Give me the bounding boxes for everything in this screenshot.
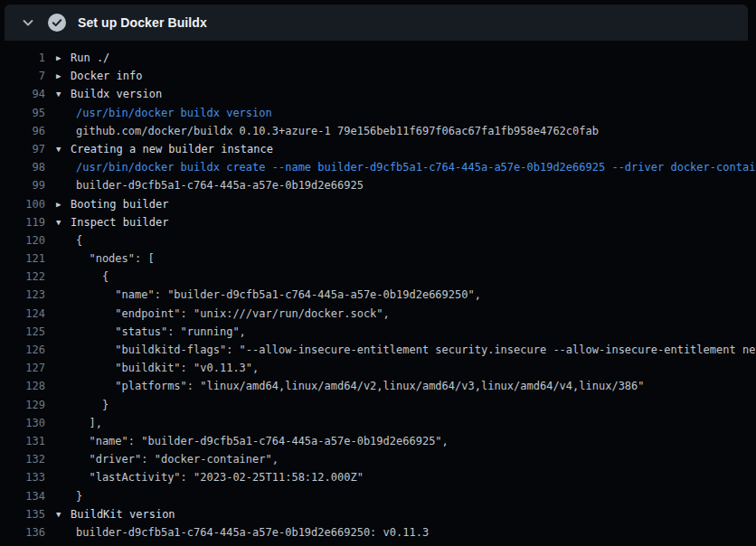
log-row: 135 ▼BuildKit version xyxy=(0,505,756,523)
log-group-toggle[interactable]: ▶Booting builder xyxy=(56,195,168,213)
log-row: 99 builder-d9cfb5a1-c764-445a-a57e-0b19d… xyxy=(0,176,756,194)
line-number[interactable]: 119 xyxy=(0,213,45,231)
triangle-down-icon: ▼ xyxy=(56,85,65,103)
log-output-text: { xyxy=(56,268,109,286)
step-header[interactable]: Set up Docker Buildx xyxy=(5,5,748,41)
log-output-text: builder-d9cfb5a1-c764-445a-a57e-0b19d2e6… xyxy=(56,523,429,541)
log-group-toggle[interactable]: ▼Creating a new builder instance xyxy=(56,140,273,158)
triangle-down-icon: ▼ xyxy=(56,505,65,523)
chevron-down-icon[interactable] xyxy=(21,15,35,30)
line-number[interactable]: 127 xyxy=(0,359,45,377)
log-output-text: "driver": "docker-container", xyxy=(56,450,279,468)
log-lines: 1 ▶Run ./ 7 ▶Docker info 94 ▼Buildx vers… xyxy=(0,41,756,541)
log-output-text: "endpoint": "unix:///var/run/docker.sock… xyxy=(56,305,390,323)
line-number[interactable]: 1 xyxy=(0,49,45,67)
log-group-title: Docker info xyxy=(71,67,142,85)
triangle-down-icon: ▼ xyxy=(56,213,65,231)
log-output-text: "buildkitd-flags": "--allow-insecure-ent… xyxy=(56,341,756,359)
line-number[interactable]: 126 xyxy=(0,341,45,359)
log-row: 96 github.com/docker/buildx 0.10.3+azure… xyxy=(0,122,756,140)
line-number[interactable]: 134 xyxy=(0,487,45,505)
check-circle-icon xyxy=(48,14,66,32)
log-row: 136 builder-d9cfb5a1-c764-445a-a57e-0b19… xyxy=(0,523,756,541)
log-row: 98 /usr/bin/docker buildx create --name … xyxy=(0,158,756,176)
log-output-text: "name": "builder-d9cfb5a1-c764-445a-a57e… xyxy=(56,286,481,304)
log-output-text: ], xyxy=(56,414,102,432)
log-group-title: BuildKit version xyxy=(71,505,175,523)
log-row: 127 "buildkit": "v0.11.3", xyxy=(0,359,756,377)
log-row: 97 ▼Creating a new builder instance xyxy=(0,140,756,158)
log-row: 95 /usr/bin/docker buildx version xyxy=(0,104,756,122)
log-row: 100 ▶Booting builder xyxy=(0,195,756,213)
log-row: 126 "buildkitd-flags": "--allow-insecure… xyxy=(0,341,756,359)
log-row: 131 "name": "builder-d9cfb5a1-c764-445a-… xyxy=(0,432,756,450)
line-number[interactable]: 97 xyxy=(0,140,45,158)
line-number[interactable]: 98 xyxy=(0,158,45,176)
log-row: 132 "driver": "docker-container", xyxy=(0,450,756,468)
log-row: 129 } xyxy=(0,396,756,414)
log-row: 120 { xyxy=(0,231,756,249)
log-output-text: "lastActivity": "2023-02-25T11:58:12.000… xyxy=(56,468,364,486)
line-number[interactable]: 96 xyxy=(0,122,45,140)
line-number[interactable]: 136 xyxy=(0,523,45,541)
line-number[interactable]: 122 xyxy=(0,268,45,286)
log-group-toggle[interactable]: ▼Inspect builder xyxy=(56,213,168,231)
log-row: 125 "status": "running", xyxy=(0,323,756,341)
line-number[interactable]: 128 xyxy=(0,377,45,395)
log-output-text: builder-d9cfb5a1-c764-445a-a57e-0b19d2e6… xyxy=(56,176,364,194)
log-group-toggle[interactable]: ▼Buildx version xyxy=(56,85,162,103)
line-number[interactable]: 94 xyxy=(0,85,45,103)
log-row: 128 "platforms": "linux/amd64,linux/amd6… xyxy=(0,377,756,395)
log-command-text: /usr/bin/docker buildx version xyxy=(56,104,272,122)
log-output-text: } xyxy=(56,396,109,414)
log-group-title: Inspect builder xyxy=(71,213,168,231)
log-row: 122 { xyxy=(0,268,756,286)
line-number[interactable]: 123 xyxy=(0,286,45,304)
log-row: 133 "lastActivity": "2023-02-25T11:58:12… xyxy=(0,468,756,486)
line-number[interactable]: 99 xyxy=(0,176,45,194)
triangle-down-icon: ▼ xyxy=(56,140,65,158)
line-number[interactable]: 131 xyxy=(0,432,45,450)
triangle-right-icon: ▶ xyxy=(56,195,65,213)
log-row: 134 } xyxy=(0,487,756,505)
log-row: 94 ▼Buildx version xyxy=(0,85,756,103)
line-number[interactable]: 129 xyxy=(0,396,45,414)
triangle-right-icon: ▶ xyxy=(56,49,65,67)
log-row: 121 "nodes": [ xyxy=(0,249,756,268)
line-number[interactable]: 100 xyxy=(0,195,45,213)
log-row: 123 "name": "builder-d9cfb5a1-c764-445a-… xyxy=(0,286,756,304)
log-group-toggle[interactable]: ▶Run ./ xyxy=(56,49,109,67)
line-number[interactable]: 132 xyxy=(0,450,45,468)
log-group-title: Creating a new builder instance xyxy=(71,140,273,158)
log-output-text: "platforms": "linux/amd64,linux/amd64/v2… xyxy=(56,377,645,395)
log-group-toggle[interactable]: ▶Docker info xyxy=(56,67,142,85)
log-output-text: "name": "builder-d9cfb5a1-c764-445a-a57e… xyxy=(56,432,449,450)
line-number[interactable]: 7 xyxy=(0,67,45,85)
line-number[interactable]: 135 xyxy=(0,505,45,523)
line-number[interactable]: 121 xyxy=(0,249,45,268)
line-number[interactable]: 124 xyxy=(0,305,45,323)
log-output-text: github.com/docker/buildx 0.10.3+azure-1 … xyxy=(56,122,599,140)
log-output-text: "nodes": [ xyxy=(56,249,155,268)
log-group-title: Buildx version xyxy=(71,85,162,103)
step-title: Set up Docker Buildx xyxy=(78,15,207,30)
line-number[interactable]: 120 xyxy=(0,231,45,249)
line-number[interactable]: 125 xyxy=(0,323,45,341)
triangle-right-icon: ▶ xyxy=(56,67,65,85)
line-number[interactable]: 95 xyxy=(0,104,45,122)
log-row: 7 ▶Docker info xyxy=(0,67,756,85)
log-row: 1 ▶Run ./ xyxy=(0,49,756,67)
line-number[interactable]: 130 xyxy=(0,414,45,432)
log-row: 130 ], xyxy=(0,414,756,432)
line-number[interactable]: 133 xyxy=(0,468,45,486)
log-output-text: "status": "running", xyxy=(56,323,246,341)
log-row: 124 "endpoint": "unix:///var/run/docker.… xyxy=(0,305,756,323)
log-group-title: Booting builder xyxy=(71,195,168,213)
log-group-title: Run ./ xyxy=(71,49,109,67)
log-group-toggle[interactable]: ▼BuildKit version xyxy=(56,505,175,523)
log-row: 119 ▼Inspect builder xyxy=(0,213,756,231)
log-output-text: "buildkit": "v0.11.3", xyxy=(56,359,259,377)
log-output-text: } xyxy=(56,487,82,505)
log-command-text: /usr/bin/docker buildx create --name bui… xyxy=(56,158,756,176)
log-output-text: { xyxy=(56,231,82,249)
